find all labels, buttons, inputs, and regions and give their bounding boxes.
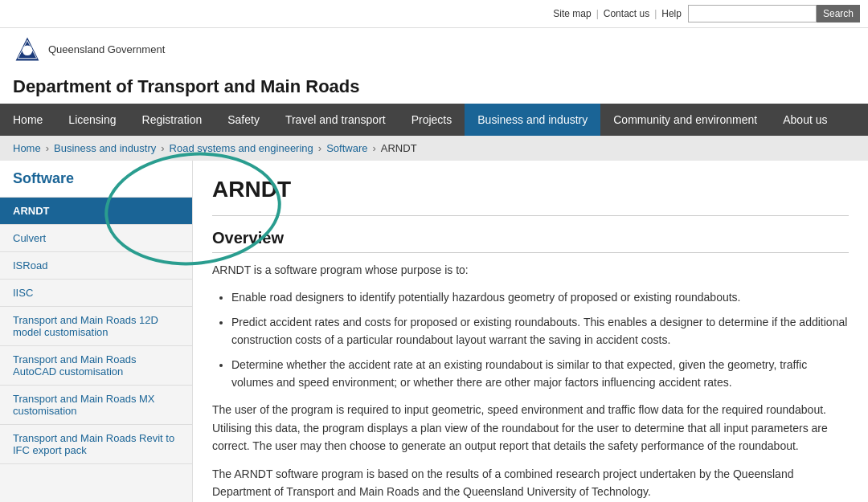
- nav-safety[interactable]: Safety: [215, 104, 272, 136]
- breadcrumb-sep4: ›: [372, 142, 375, 154]
- sidebar-item-12d: Transport and Main Roads 12D model custo…: [0, 307, 192, 346]
- para1: The user of the program is required to i…: [212, 401, 849, 455]
- main-nav: Home Licensing Registration Safety Trave…: [0, 104, 868, 136]
- logo-text: Queensland Government: [48, 43, 165, 55]
- sidebar-item-culvert: Culvert: [0, 225, 192, 252]
- sep1: |: [596, 8, 599, 19]
- site-map-link[interactable]: Site map: [553, 8, 591, 19]
- bullet-item-2: Predict accident rates and costs for pro…: [231, 313, 849, 349]
- nav-licensing[interactable]: Licensing: [55, 104, 129, 136]
- breadcrumb-software[interactable]: Software: [326, 142, 367, 154]
- breadcrumb-road[interactable]: Road systems and engineering: [170, 142, 313, 154]
- top-bar: Site map | Contact us | Help Search: [0, 0, 868, 28]
- contact-us-link[interactable]: Contact us: [604, 8, 649, 19]
- overview-heading: Overview: [212, 229, 849, 253]
- top-bar-links: Site map | Contact us | Help: [553, 8, 682, 19]
- qld-logo-icon: [13, 35, 42, 63]
- nav-registration[interactable]: Registration: [129, 104, 215, 136]
- sidebar-item-isroad: ISRoad: [0, 252, 192, 280]
- nav-about[interactable]: About us: [770, 104, 840, 136]
- sidebar-item-autocad: Transport and Main Roads AutoCAD customi…: [0, 346, 192, 386]
- nav-business[interactable]: Business and industry: [465, 104, 600, 136]
- bullet-item-1: Enable road designers to identify potent…: [231, 288, 849, 306]
- sidebar-item-arndt: ARNDT: [0, 198, 192, 225]
- breadcrumb-sep2: ›: [161, 142, 164, 154]
- bullet-item-3: Determine whether the accident rate at a…: [231, 356, 849, 392]
- nav-community[interactable]: Community and environment: [600, 104, 770, 136]
- breadcrumb-current: ARNDT: [381, 142, 417, 154]
- sidebar: Software ARNDT Culvert ISRoad IISC Trans…: [0, 161, 193, 502]
- intro-text: ARNDT is a software program whose purpos…: [212, 261, 849, 279]
- qld-logo: Queensland Government: [13, 35, 165, 63]
- search-input[interactable]: [688, 5, 817, 22]
- sidebar-item-revit: Transport and Main Roads Revit to IFC ex…: [0, 425, 192, 464]
- nav-projects[interactable]: Projects: [399, 104, 465, 136]
- sidebar-item-mx: Transport and Main Roads MX customisatio…: [0, 386, 192, 425]
- site-header: Queensland Government: [0, 28, 868, 70]
- page-title: ARNDT: [212, 177, 849, 202]
- nav-home[interactable]: Home: [0, 104, 55, 136]
- content-area: ARNDT Overview ARNDT is a software progr…: [193, 161, 868, 502]
- para2: The ARNDT software program is based on t…: [212, 465, 849, 501]
- breadcrumb-sep1: ›: [46, 142, 49, 154]
- help-link[interactable]: Help: [661, 8, 682, 19]
- search-box: Search: [688, 5, 860, 22]
- search-button[interactable]: Search: [817, 5, 860, 22]
- sidebar-list: ARNDT Culvert ISRoad IISC Transport and …: [0, 198, 192, 464]
- sidebar-title[interactable]: Software: [0, 161, 192, 198]
- breadcrumb-home[interactable]: Home: [13, 142, 41, 154]
- dept-name: Department of Transport and Main Roads: [0, 70, 868, 104]
- bullet-list: Enable road designers to identify potent…: [231, 288, 849, 391]
- title-divider: [212, 215, 849, 216]
- main-layout: Software ARNDT Culvert ISRoad IISC Trans…: [0, 161, 868, 502]
- breadcrumb: Home › Business and industry › Road syst…: [0, 136, 868, 161]
- nav-travel[interactable]: Travel and transport: [272, 104, 399, 136]
- sep2: |: [654, 8, 657, 19]
- sidebar-item-iisc: IISC: [0, 280, 192, 307]
- breadcrumb-sep3: ›: [318, 142, 321, 154]
- breadcrumb-business[interactable]: Business and industry: [54, 142, 156, 154]
